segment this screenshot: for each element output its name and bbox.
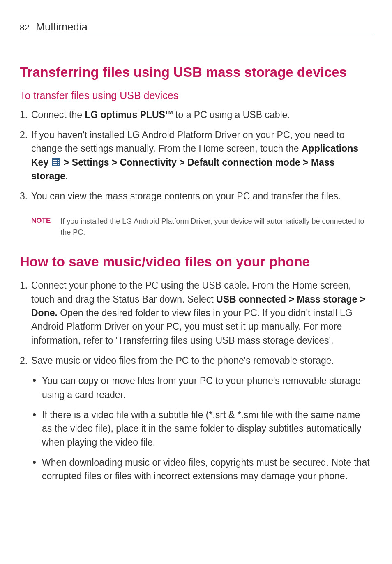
subheading-transfer-usb: To transfer files using USB devices bbox=[20, 90, 372, 102]
step-text: You can view the mass storage contents o… bbox=[31, 191, 341, 201]
bullet-text: When downloading music or video files, c… bbox=[42, 457, 370, 481]
trademark: TM bbox=[165, 109, 173, 116]
save-steps-list: Connect your phone to the PC using the U… bbox=[20, 279, 372, 483]
note-label: NOTE bbox=[31, 216, 51, 225]
step-text: to a PC using a USB cable. bbox=[173, 109, 290, 120]
step-text: . bbox=[65, 171, 68, 181]
list-item: Save music or video files from the PC to… bbox=[20, 354, 372, 483]
list-item: Connect your phone to the PC using the U… bbox=[20, 279, 372, 347]
step-text: Connect the bbox=[31, 109, 85, 120]
bullet-list: You can copy or move files from your PC … bbox=[31, 374, 372, 483]
heading-save-files: How to save music/video files on your ph… bbox=[20, 254, 372, 270]
bullet-text: You can copy or move files from your PC … bbox=[42, 375, 361, 400]
note-block: NOTE If you installed the LG Android Pla… bbox=[20, 216, 372, 238]
list-item: If there is a video file with a subtitle… bbox=[31, 408, 372, 449]
nav-path: > Settings > Connectivity > Default conn… bbox=[31, 157, 334, 181]
list-item: Connect the LG optimus PLUSTM to a PC us… bbox=[20, 108, 372, 122]
transfer-steps-list: Connect the LG optimus PLUSTM to a PC us… bbox=[20, 108, 372, 203]
list-item: You can view the mass storage contents o… bbox=[20, 190, 372, 203]
product-name: LG optimus PLUS bbox=[85, 109, 165, 120]
page-number: 82 bbox=[20, 23, 29, 32]
section-save-music-video: How to save music/video files on your ph… bbox=[20, 254, 372, 483]
note-text: If you installed the LG Android Platform… bbox=[60, 216, 372, 238]
bullet-text: If there is a video file with a subtitle… bbox=[42, 409, 361, 448]
step-text: If you haven't installed LG Android Plat… bbox=[31, 129, 345, 154]
step-text: Save music or video files from the PC to… bbox=[31, 355, 334, 366]
step-text: Open the desired folder to view files in… bbox=[31, 307, 353, 346]
section-title: Multimedia bbox=[36, 21, 88, 33]
heading-transferring-files: Transferring files using USB mass storag… bbox=[20, 64, 372, 81]
page-header: 82 Multimedia bbox=[20, 21, 372, 36]
applications-key-icon bbox=[52, 158, 60, 166]
list-item: If you haven't installed LG Android Plat… bbox=[20, 128, 372, 183]
list-item: You can copy or move files from your PC … bbox=[31, 374, 372, 402]
list-item: When downloading music or video files, c… bbox=[31, 456, 372, 483]
